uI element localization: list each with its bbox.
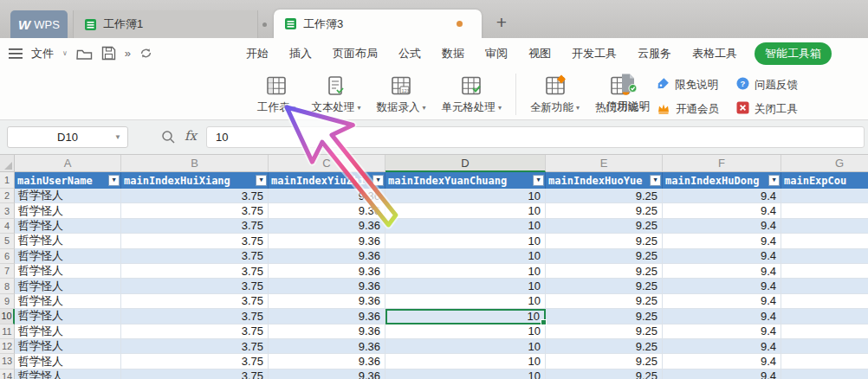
cell-A11[interactable]: 哲学怪人 bbox=[15, 324, 121, 339]
zoom-search-icon[interactable] bbox=[161, 130, 176, 148]
field-header-C[interactable]: mainIndexYiuZhi▼ bbox=[269, 172, 385, 189]
row-header-4[interactable]: 4 bbox=[0, 219, 15, 234]
cell-D13[interactable]: 10 bbox=[385, 354, 546, 369]
field-header-F[interactable]: mainIndexHuDong▼ bbox=[663, 172, 781, 189]
cell-A2[interactable]: 哲学怪人 bbox=[15, 189, 121, 203]
cell-B14[interactable]: 3.75 bbox=[121, 369, 269, 379]
cell-B5[interactable]: 3.75 bbox=[121, 234, 269, 248]
menu-item-1[interactable]: 开始 bbox=[236, 46, 279, 61]
more-tools-chevrons-icon[interactable]: » bbox=[125, 47, 131, 60]
row-header-11[interactable]: 11 bbox=[0, 324, 15, 339]
name-box[interactable]: D10 ▼ bbox=[7, 126, 128, 148]
cell-E6[interactable]: 9.25 bbox=[546, 249, 663, 264]
row-header-2[interactable]: 2 bbox=[0, 189, 15, 203]
cell-G12[interactable] bbox=[781, 339, 868, 354]
menu-item-5[interactable]: 数据 bbox=[431, 46, 475, 61]
row-header-8[interactable]: 8 bbox=[0, 279, 15, 293]
cell-B2[interactable]: 3.75 bbox=[121, 189, 269, 203]
menu-item-8[interactable]: 开发工具 bbox=[561, 46, 627, 61]
cell-C7[interactable]: 9.36 bbox=[269, 264, 385, 279]
cell-B8[interactable]: 3.75 bbox=[121, 279, 269, 293]
cell-G4[interactable] bbox=[781, 219, 868, 234]
row-header-7[interactable]: 7 bbox=[0, 264, 15, 279]
cell-E11[interactable]: 9.25 bbox=[546, 324, 663, 339]
cell-D10[interactable]: 10 bbox=[385, 309, 546, 324]
column-header-F[interactable]: F bbox=[663, 155, 781, 172]
cell-A13[interactable]: 哲学怪人 bbox=[15, 354, 121, 369]
cell-A7[interactable]: 哲学怪人 bbox=[15, 264, 121, 279]
column-header-B[interactable]: B bbox=[121, 155, 269, 172]
cell-B7[interactable]: 3.75 bbox=[121, 264, 269, 279]
toolbar-button-new-features[interactable]: 全新功能▾ bbox=[522, 73, 587, 117]
menu-item-7[interactable]: 视图 bbox=[518, 46, 561, 61]
column-header-A[interactable]: A bbox=[15, 155, 121, 172]
column-header-C[interactable]: C bbox=[269, 155, 385, 172]
column-header-G[interactable]: G bbox=[781, 155, 868, 172]
cell-A14[interactable]: 哲学怪人 bbox=[15, 369, 121, 379]
menu-item-3[interactable]: 页面布局 bbox=[322, 46, 388, 61]
cell-G11[interactable] bbox=[781, 324, 868, 339]
row-header-10[interactable]: 10 bbox=[0, 309, 15, 324]
toolbar-button-tag[interactable]: 限免说明 bbox=[657, 77, 719, 93]
filter-dropdown-button-E[interactable]: ▼ bbox=[650, 175, 661, 186]
menu-item-9[interactable]: 云服务 bbox=[627, 46, 682, 61]
cell-C6[interactable]: 9.36 bbox=[269, 249, 385, 264]
cell-B11[interactable]: 3.75 bbox=[121, 324, 269, 339]
cell-D9[interactable]: 10 bbox=[385, 294, 546, 309]
sync-arrows-icon[interactable] bbox=[139, 47, 152, 60]
open-folder-icon[interactable] bbox=[76, 47, 93, 61]
cell-F8[interactable]: 9.4 bbox=[663, 279, 781, 293]
formula-input[interactable]: 10 bbox=[206, 126, 865, 148]
cell-F14[interactable]: 9.4 bbox=[663, 369, 781, 379]
cell-C8[interactable]: 9.36 bbox=[269, 279, 385, 293]
menu-item-10[interactable]: 表格工具 bbox=[682, 46, 748, 61]
filter-dropdown-button-D[interactable]: ▼ bbox=[533, 175, 544, 186]
row-header-3[interactable]: 3 bbox=[0, 203, 15, 218]
cell-G14[interactable] bbox=[781, 369, 868, 379]
cell-D3[interactable]: 10 bbox=[385, 203, 546, 218]
cell-C3[interactable]: 9.36 bbox=[269, 203, 385, 218]
toolbar-button-cell-process[interactable]: 单元格处理▾ bbox=[434, 73, 510, 117]
field-header-E[interactable]: mainIndexHuoYue▼ bbox=[546, 172, 663, 189]
cell-B3[interactable]: 3.75 bbox=[121, 203, 269, 218]
row-header-12[interactable]: 12 bbox=[0, 339, 15, 354]
wps-home-button[interactable]: W WPS bbox=[10, 10, 68, 38]
cell-F6[interactable]: 9.4 bbox=[663, 249, 781, 264]
cell-E12[interactable]: 9.25 bbox=[546, 339, 663, 354]
cell-F12[interactable]: 9.4 bbox=[663, 339, 781, 354]
cell-A6[interactable]: 哲学怪人 bbox=[15, 249, 121, 264]
cell-C5[interactable]: 9.36 bbox=[269, 234, 385, 248]
row-header-1[interactable]: 1 bbox=[0, 172, 15, 189]
cell-A4[interactable]: 哲学怪人 bbox=[15, 219, 121, 234]
cell-D5[interactable]: 10 bbox=[385, 234, 546, 248]
cell-D8[interactable]: 10 bbox=[385, 279, 546, 293]
cell-A8[interactable]: 哲学怪人 bbox=[15, 279, 121, 293]
cell-D14[interactable]: 10 bbox=[385, 369, 546, 379]
filter-dropdown-button-B[interactable]: ▼ bbox=[256, 175, 267, 186]
cell-C4[interactable]: 9.36 bbox=[269, 219, 385, 234]
toolbar-button-crown[interactable]: 开通会员 bbox=[657, 101, 719, 117]
cell-G8[interactable] bbox=[781, 279, 868, 293]
row-header-9[interactable]: 9 bbox=[0, 294, 15, 309]
cell-G7[interactable] bbox=[781, 264, 868, 279]
menu-item-6[interactable]: 审阅 bbox=[475, 46, 518, 61]
toolbar-button-text-process[interactable]: 文本处理▾ bbox=[304, 73, 369, 117]
cell-B10[interactable]: 3.75 bbox=[121, 309, 269, 324]
cell-E2[interactable]: 9.25 bbox=[546, 189, 663, 203]
row-header-14[interactable]: 14 bbox=[0, 369, 15, 379]
filter-dropdown-button-F[interactable]: ▼ bbox=[768, 175, 780, 186]
toolbar-button-worksheet[interactable]: 工作表▾ bbox=[249, 73, 304, 117]
field-header-A[interactable]: mainUserName▼ bbox=[15, 172, 121, 189]
cell-D2[interactable]: 10 bbox=[385, 189, 546, 203]
cell-F5[interactable]: 9.4 bbox=[663, 234, 781, 248]
cell-E14[interactable]: 9.25 bbox=[546, 369, 663, 379]
cell-A5[interactable]: 哲学怪人 bbox=[15, 234, 121, 248]
cell-B6[interactable]: 3.75 bbox=[121, 249, 269, 264]
document-tab-workbook3-active[interactable]: 工作簿3 bbox=[274, 10, 482, 38]
cell-G10[interactable] bbox=[781, 309, 868, 324]
cell-F9[interactable]: 9.4 bbox=[663, 294, 781, 309]
cell-A12[interactable]: 哲学怪人 bbox=[15, 339, 121, 354]
field-header-G[interactable]: mainExpCou▼ bbox=[781, 172, 868, 189]
menu-item-4[interactable]: 公式 bbox=[388, 46, 431, 61]
filter-dropdown-button-C[interactable]: ▼ bbox=[372, 175, 384, 186]
